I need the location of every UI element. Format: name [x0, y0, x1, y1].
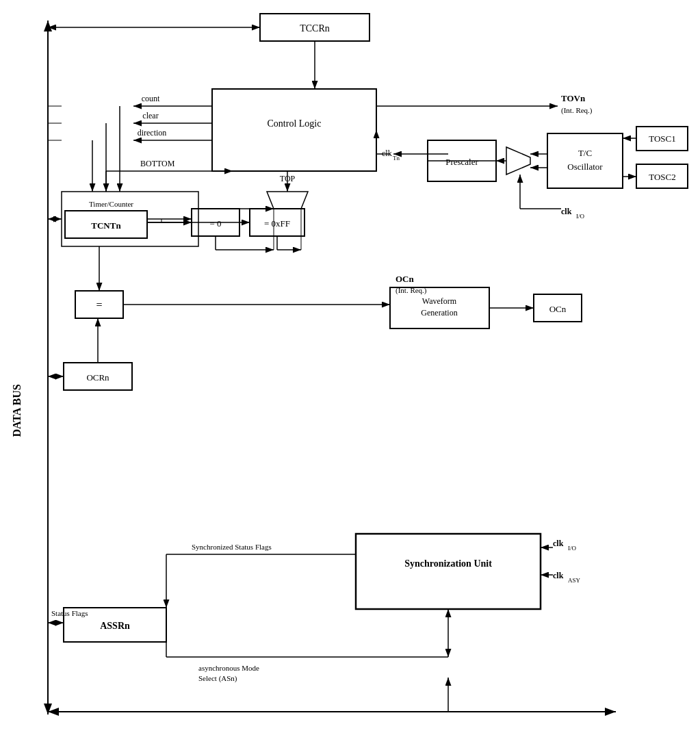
prescaler-label: Prescaler	[445, 157, 478, 167]
ocn-int-req-label: (Int. Req.)	[396, 286, 427, 295]
data-bus-label: DATA BUS	[11, 384, 23, 437]
clk-tn-sub: Tn	[393, 155, 400, 162]
async-mode-label1: asynchronous Mode	[198, 664, 259, 672]
clk-io-sync-label: clk	[553, 539, 564, 548]
ocn-out-label: OCn	[549, 304, 567, 314]
clk-io-sync-sub: I/O	[568, 545, 576, 552]
tovn-label: TOVn	[561, 93, 586, 103]
tc-osc-label2: Oscillator	[567, 162, 603, 172]
top-mux	[267, 192, 308, 209]
ocrn-label: OCRn	[86, 372, 109, 383]
bottom-label: BOTTOM	[140, 159, 175, 168]
direction-label: direction	[138, 128, 167, 138]
sync-unit-box	[356, 534, 541, 609]
waveform-line2: Generation	[421, 308, 457, 318]
clk-asy-label: clk	[553, 571, 564, 580]
clk-io-upper-label: clk	[561, 207, 572, 216]
tovn-intreq-label: (Int. Req.)	[561, 106, 593, 115]
comparator-label: =	[96, 299, 102, 311]
ocn-int-label: OCn	[396, 274, 415, 284]
status-flags-label: Status Flags	[51, 609, 88, 617]
control-logic-box	[212, 89, 376, 171]
count-label: count	[142, 94, 160, 103]
control-logic-label: Control Logic	[268, 118, 322, 129]
tosc2-label: TOSC2	[649, 172, 676, 182]
tc-osc-label1: T/C	[578, 148, 592, 158]
assrn-label: ASSRn	[100, 621, 130, 631]
oxff-label: = 0xFF	[264, 218, 290, 229]
clear-label: clear	[142, 111, 158, 120]
sync-status-flags-label: Synchronized Status Flags	[192, 543, 272, 551]
clk-asy-sub: ASY	[568, 577, 581, 584]
zero-label: = 0	[209, 218, 221, 229]
clk-io-upper-sub: I/O	[576, 213, 584, 220]
timer-counter-text: Timer/Counter	[89, 200, 133, 208]
sync-unit-label1: Synchronization Unit	[404, 558, 492, 569]
waveform-line1: Waveform	[422, 296, 457, 306]
tccr-label: TCCRn	[300, 23, 330, 34]
tc-osc-box	[547, 133, 623, 188]
async-mode-label2: Select (ASn)	[198, 674, 237, 683]
block-diagram: DATA BUS TCCRn Control Logic count clear…	[0, 0, 700, 735]
prescaler-mux	[506, 147, 530, 175]
tcntn-label: TCNTn	[91, 220, 121, 231]
tosc1-label: TOSC1	[649, 133, 676, 144]
clk-tn-label: clk	[382, 149, 392, 158]
